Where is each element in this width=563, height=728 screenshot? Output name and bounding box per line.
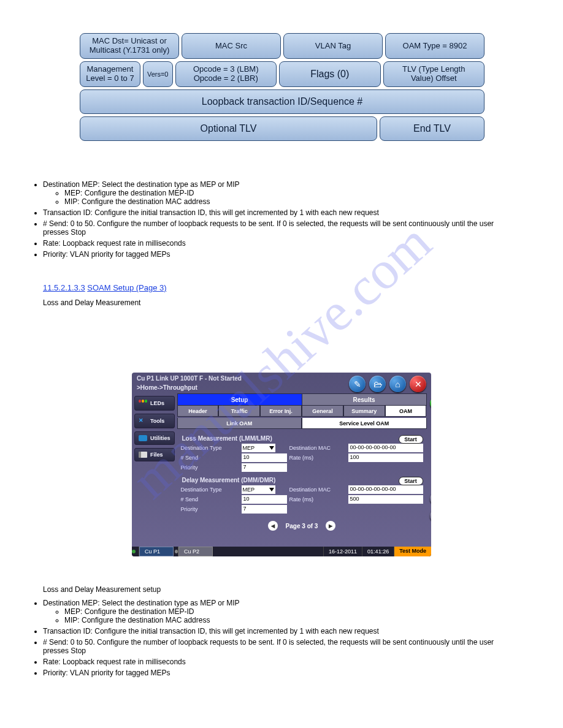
para-loss-delay: Loss and Delay Measurement xyxy=(43,298,515,307)
section-title-link[interactable]: SOAM Setup (Page 3) xyxy=(87,283,166,292)
sidebar: LEDs ✕ Tools Utilities Files xyxy=(132,393,177,548)
loss-rate-label: Rate (ms) xyxy=(289,453,346,462)
tab-results[interactable]: Results xyxy=(302,393,427,406)
section2-intro: Loss and Delay Measurement setup xyxy=(43,585,515,594)
pager-label: Page 3 of 3 xyxy=(286,523,318,529)
leds-icon xyxy=(139,400,147,407)
delay-header: Delay Measurement (DMM/DMR) Start xyxy=(182,477,423,483)
delay-send-label: # Send xyxy=(181,495,239,504)
loss-priority-label: Priority xyxy=(181,463,239,472)
bullet-send: # Send: 0 to 50. Configure the number of… xyxy=(43,219,515,237)
utilities-icon xyxy=(139,435,147,441)
diag-opcode: Opcode = 3 (LBM) Opcode = 2 (LBR) xyxy=(175,61,277,87)
pager: ◄ Page 3 of 3 ► xyxy=(181,521,423,531)
loss-start-button[interactable]: Start xyxy=(399,435,423,444)
delay-dest-mac-field[interactable]: 00-00-00-00-00-00 xyxy=(348,485,423,494)
bullet2-trans-id: Transaction ID: Configure the initial tr… xyxy=(43,627,515,635)
delay-priority-field[interactable]: 7 xyxy=(242,505,287,514)
bullet-trans-id: Transaction ID: Configure the initial tr… xyxy=(43,208,515,217)
loss-send-field[interactable]: 10 xyxy=(242,453,287,462)
section1-body: Destination MEP: Select the destination … xyxy=(43,178,515,307)
home-icon[interactable]: ⌂ xyxy=(389,376,406,392)
delay-priority-label: Priority xyxy=(181,505,239,514)
folder-icon[interactable]: 🗁 xyxy=(369,376,386,392)
diag-mac-dst: MAC Dst= Unicast or Multicast (Y.1731 on… xyxy=(80,33,179,59)
diag-optional-tlv: Optional TLV xyxy=(80,116,377,141)
tab-summary[interactable]: Summary xyxy=(343,406,385,417)
control-button[interactable]: Control xyxy=(430,509,431,523)
footer-bar: Cu P1 Cu P2 16-12-2011 01:41:26 Test Mod… xyxy=(132,547,431,556)
footer-test-mode: Test Mode xyxy=(394,547,431,556)
tab-link-oam[interactable]: Link OAM xyxy=(177,418,302,429)
diag-oam-type: OAM Type = 8902 xyxy=(385,33,484,59)
loss-dest-mac-field[interactable]: 00-00-00-00-00-00 xyxy=(348,444,423,452)
diag-mgmt-level: Management Level = 0 to 7 xyxy=(80,61,140,87)
sidebar-item-leds[interactable]: LEDs xyxy=(134,396,175,411)
delay-rate-field[interactable]: 500 xyxy=(348,495,423,504)
tab-service-level-oam[interactable]: Service Level OAM xyxy=(302,418,427,429)
start-button[interactable]: Start xyxy=(430,396,431,410)
loss-send-label: # Send xyxy=(181,453,239,462)
sidebar-item-label: LEDs xyxy=(150,400,164,406)
tab-general[interactable]: General xyxy=(302,406,343,417)
diag-tlv-offset: TLV (Type Length Value) Offset xyxy=(383,61,485,87)
diag-vlan-tag: VLAN Tag xyxy=(283,33,383,59)
files-icon xyxy=(139,452,147,458)
sidebar-item-label: Files xyxy=(150,452,163,458)
sidebar-item-files[interactable]: Files xyxy=(134,448,175,461)
mx-discover-button[interactable]: MX Discover xyxy=(430,492,431,506)
footer-date: 16-12-2011 xyxy=(324,547,362,556)
bullet2-priority: Priority: VLAN priority for tagged MEPs xyxy=(43,669,515,677)
footer-port1[interactable]: Cu P1 xyxy=(139,547,174,556)
tab-header[interactable]: Header xyxy=(177,406,219,417)
close-icon[interactable]: ✕ xyxy=(410,376,426,392)
delay-dest-mac-label: Destination MAC xyxy=(289,485,346,494)
chevron-down-icon xyxy=(269,446,274,450)
pager-prev-button[interactable]: ◄ xyxy=(268,521,278,531)
section-number-link[interactable]: 11.5.2.1.3.3 xyxy=(43,283,85,292)
chevron-down-icon xyxy=(269,488,274,491)
bullet2-mep: MEP: Configure the destination MEP-ID xyxy=(64,607,515,616)
loss-header: Loss Measurement (LMM/LMR) Start xyxy=(182,435,423,442)
footer-port2[interactable]: Cu P2 xyxy=(178,547,213,556)
loss-rate-field[interactable]: 100 xyxy=(348,453,423,462)
tab-setup[interactable]: Setup xyxy=(177,393,302,406)
section2-body: Loss and Delay Measurement setup Destina… xyxy=(43,585,515,680)
diag-mac-src: MAC Src xyxy=(182,33,281,59)
packet-diagram: MAC Dst= Unicast or Multicast (Y.1731 on… xyxy=(80,33,484,143)
bullet-dest-mep: Destination MEP: Select the destination … xyxy=(43,180,515,206)
diag-end-tlv: End TLV xyxy=(380,116,484,141)
bullet-rate: Rate: Loopback request rate in milliseco… xyxy=(43,239,515,248)
status-dot-icon xyxy=(132,550,136,553)
pen-icon[interactable]: ✎ xyxy=(349,376,366,392)
delay-start-button[interactable]: Start xyxy=(399,477,423,485)
bullet-mip: MIP: Configure the destination MAC addre… xyxy=(64,197,515,206)
diag-loopback-id: Loopback transaction ID/Sequence # xyxy=(80,89,484,114)
sidebar-item-label: Tools xyxy=(150,418,164,424)
delay-send-field[interactable]: 10 xyxy=(242,495,287,504)
sidebar-item-label: Utilities xyxy=(150,435,170,441)
bullet2-dest-mep: Destination MEP: Select the destination … xyxy=(43,599,515,624)
bullet2-mip: MIP: Configure the destination MAC addre… xyxy=(64,616,515,624)
loss-dest-mac-label: Destination MAC xyxy=(289,444,346,452)
diag-flags: Flags (0) xyxy=(279,61,381,87)
diag-version: Vers=0 xyxy=(143,61,173,87)
bullet-mep: MEP: Configure the destination MEP-ID xyxy=(64,189,515,197)
pager-next-button[interactable]: ► xyxy=(326,521,335,531)
tools-icon: ✕ xyxy=(139,417,147,425)
loss-dest-type-select[interactable]: MEP xyxy=(242,444,275,452)
delay-dest-type-label: Destination Type xyxy=(181,485,239,494)
delay-dest-type-select[interactable]: MEP xyxy=(242,485,275,494)
bullet2-rate: Rate: Loopback request rate in milliseco… xyxy=(43,658,515,666)
tab-error-inj[interactable]: Error Inj. xyxy=(260,406,302,417)
loss-dest-type-label: Destination Type xyxy=(181,444,239,452)
tab-traffic[interactable]: Traffic xyxy=(218,406,260,417)
device-screenshot: Cu P1 Link UP 1000T F - Not Started >Hom… xyxy=(132,373,431,556)
tab-oam[interactable]: OAM xyxy=(385,406,427,417)
bullet-priority: Priority: VLAN priority for tagged MEPs xyxy=(43,250,515,259)
footer-time: 01:41:26 xyxy=(362,547,394,556)
sidebar-item-utilities[interactable]: Utilities xyxy=(134,431,175,445)
sidebar-item-tools[interactable]: ✕ Tools xyxy=(134,414,175,428)
loss-priority-field[interactable]: 7 xyxy=(242,463,287,472)
bullet2-send: # Send: 0 to 50. Configure the number of… xyxy=(43,638,515,655)
